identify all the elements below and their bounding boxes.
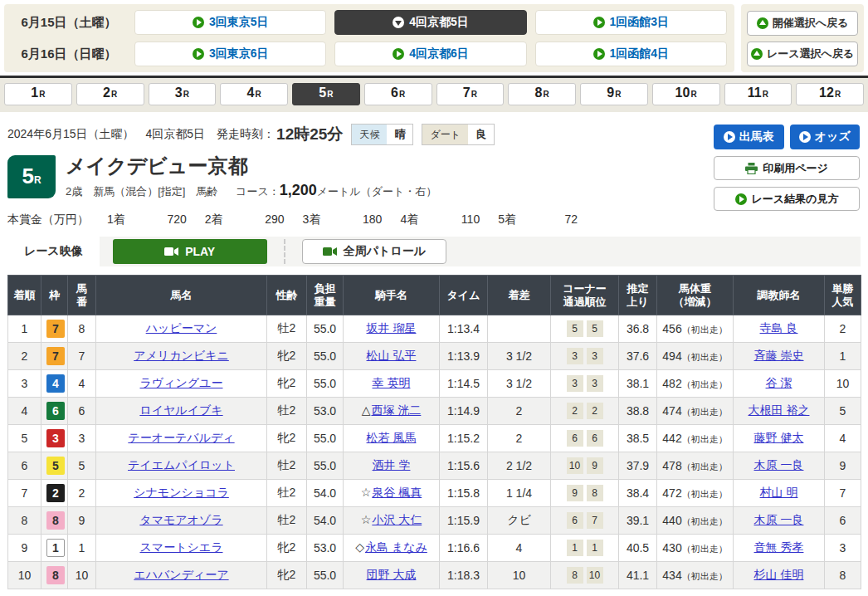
race-tab-2r[interactable]: 2R [76, 83, 144, 105]
race-tab-1r[interactable]: 1R [4, 83, 72, 105]
patrol-video-button[interactable]: 全周パトロール [302, 239, 446, 264]
trainer-name-link[interactable]: 谷 潔 [766, 376, 792, 389]
race-tab-11r[interactable]: 11R [724, 83, 792, 105]
race-video-label: レース映像 [7, 237, 100, 266]
prize-place: 4着 [400, 213, 418, 227]
race-tab-suffix: R [255, 90, 261, 99]
margin-cell: 1 1/4 [488, 480, 551, 507]
horse-number-cell: 1 [68, 535, 96, 562]
trainer-name-link[interactable]: 寺島 良 [760, 321, 798, 335]
results-table-body: 178ハッピーマン牡255.0坂井 瑠星1:13.45536.8456（初出走）… [8, 315, 861, 589]
horse-name-link[interactable]: シナモンショコラ [134, 486, 229, 499]
trainer-name-link[interactable]: 村山 明 [760, 486, 798, 499]
finish-position-cell: 6 [8, 452, 41, 480]
corner-position: 8 [587, 485, 603, 501]
jockey-name-link[interactable]: 坂井 瑠星 [367, 321, 417, 335]
horse-name-link[interactable]: ラヴィングユー [140, 376, 223, 389]
margin-cell: 2 1/2 [488, 452, 551, 480]
horse-name-link[interactable]: テイエムパイロット [128, 458, 235, 471]
horse-weight-cell: 440（初出走） [657, 507, 734, 535]
race-tab-3r[interactable]: 3R [149, 83, 217, 105]
print-page-button[interactable]: 印刷用ページ [714, 156, 860, 180]
race-tab-suffix: R [690, 90, 696, 99]
column-header-2: 枠 [41, 276, 68, 315]
trainer-name-link[interactable]: 藤野 健太 [754, 431, 804, 444]
play-button[interactable]: PLAY [113, 239, 267, 264]
waku-cell: 4 [41, 370, 68, 398]
meeting-button[interactable]: 1回函館4日 [535, 42, 727, 66]
trainer-cell: 寺島 良 [734, 315, 825, 343]
finish-position-cell: 3 [8, 370, 41, 398]
column-header-13: 調教師名 [734, 276, 825, 315]
jockey-name-link[interactable]: 松若 風馬 [367, 431, 417, 444]
margin-cell: 10 [488, 562, 551, 589]
waku-badge: 2 [46, 484, 65, 502]
meeting-button[interactable]: 4回京都5日 [334, 10, 526, 35]
race-tab-suffix: R [39, 90, 45, 99]
meeting-button[interactable]: 3回東京6日 [134, 42, 326, 66]
meeting-button[interactable]: 3回東京5日 [134, 10, 326, 35]
race-tab-6r[interactable]: 6R [364, 83, 432, 105]
horse-name-link[interactable]: ハッピーマン [146, 321, 217, 335]
entries-button[interactable]: 出馬表 [714, 125, 784, 149]
course-distance: 1,200 [280, 182, 317, 198]
win-popularity-cell: 10 [825, 370, 861, 398]
horse-name-link[interactable]: テーオーテバルディ [128, 431, 234, 444]
corner-position: 9 [567, 485, 583, 501]
track-label: ダート [422, 125, 468, 144]
column-header-11: 推定 上り [619, 276, 657, 315]
back-to-race-select-button[interactable]: レース選択へ戻る [747, 42, 858, 66]
trainer-name-link[interactable]: 木原 一良 [754, 458, 804, 471]
finish-position-cell: 5 [8, 425, 41, 452]
jockey-name-link[interactable]: 永島 まなみ [365, 540, 427, 554]
prize-place: 1着 [107, 213, 125, 227]
horse-name-link[interactable]: アメリカンビキニ [134, 349, 229, 362]
race-tab-7r[interactable]: 7R [436, 83, 505, 105]
arrow-right-icon [593, 17, 605, 28]
jockey-name-link[interactable]: 団野 大成 [367, 568, 417, 581]
meeting-button[interactable]: 1回函館3日 [535, 10, 727, 35]
waku-badge: 4 [46, 374, 65, 393]
arrow-right-icon [193, 17, 204, 28]
race-tab-4r[interactable]: 4R [220, 83, 288, 105]
trainer-name-link[interactable]: 大根田 裕之 [749, 403, 810, 417]
course-label: コース： [236, 185, 280, 198]
odds-button[interactable]: オッズ [790, 125, 861, 149]
horse-number-cell: 9 [68, 507, 96, 535]
sex-age-cell: 牝2 [267, 425, 307, 452]
table-row: 655テイエムパイロット牡255.0酒井 学1:15.62 1/210937.9… [8, 452, 861, 480]
race-tab-9r[interactable]: 9R [580, 83, 648, 105]
race-tab-12r[interactable]: 12R [796, 83, 864, 105]
last-3f-cell: 39.1 [619, 507, 657, 535]
jockey-name-link[interactable]: 泉谷 楓真 [372, 486, 422, 499]
jockey-name-link[interactable]: 松山 弘平 [367, 349, 417, 362]
trainer-name-link[interactable]: 音無 秀孝 [754, 540, 804, 554]
sex-age-cell: 牡2 [267, 315, 307, 343]
prize-item-4: 4着110 [400, 213, 486, 227]
column-header-9: 着差 [488, 276, 551, 315]
horse-name-link[interactable]: ロイヤルイブキ [139, 403, 222, 417]
race-tab-5r[interactable]: 5R [292, 83, 360, 105]
corner-position: 8 [567, 567, 583, 584]
finish-position-cell: 8 [8, 507, 41, 535]
trainer-name-link[interactable]: 木原 一良 [754, 513, 804, 526]
trainer-name-link[interactable]: 斉藤 崇史 [754, 349, 804, 362]
race-tab-number: 6 [391, 86, 398, 100]
horse-name-link[interactable]: スマートシエラ [140, 540, 223, 554]
horse-number-cell: 6 [68, 398, 96, 425]
jockey-name-link[interactable]: 西塚 洸二 [371, 403, 421, 417]
back-to-meeting-select-button[interactable]: 開催選択へ戻る [747, 11, 858, 36]
race-tab-8r[interactable]: 8R [508, 83, 576, 105]
jockey-name-link[interactable]: 幸 英明 [373, 376, 411, 389]
result-guide-button[interactable]: レース結果の見方 [714, 187, 860, 211]
race-tab-10r[interactable]: 10R [652, 83, 720, 105]
jockey-name-link[interactable]: 酒井 学 [373, 458, 411, 471]
entries-odds-row: 出馬表 オッズ [714, 125, 860, 149]
jockey-cell: 坂井 瑠星 [344, 315, 440, 343]
horse-name-link[interactable]: タマモアオゾラ [139, 513, 222, 526]
meeting-button[interactable]: 4回京都6日 [334, 42, 526, 66]
race-results-table: 着順枠馬 番馬名性齢負担 重量騎手名タイム着差コーナー 通過順位推定 上り馬体重… [7, 275, 861, 589]
horse-name-link[interactable]: エハバンディーア [134, 568, 228, 581]
jockey-name-link[interactable]: 小沢 大仁 [372, 513, 422, 526]
trainer-name-link[interactable]: 杉山 佳明 [754, 568, 804, 581]
